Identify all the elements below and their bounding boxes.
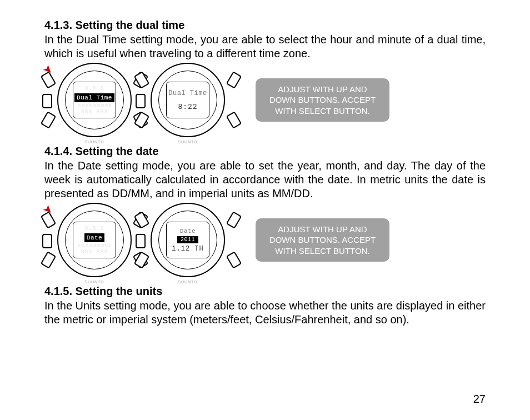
watch-value: 1.12 TH: [172, 245, 203, 253]
watch-year: 2011: [177, 236, 198, 243]
callout-dual-time: ADJUST WITH UP AND DOWN BUTTONS. ACCEPT …: [256, 78, 389, 122]
brand-label: SUUNTO: [178, 280, 197, 284]
callout-date: ADJUST WITH UP AND DOWN BUTTONS. ACCEPT …: [256, 218, 389, 262]
text-413: In the Dual Time setting mode, you are a…: [44, 33, 486, 61]
heading-413: 4.1.3. Setting the dual time: [44, 19, 486, 32]
figure-dual-time: ➤ 8.8.8 Dual Time 888 888 SUUNTO: [44, 64, 486, 136]
page-number: 27: [473, 393, 486, 406]
section-dual-time: 4.1.3. Setting the dual time In the Dual…: [44, 19, 486, 136]
heading-414: 4.1.4. Setting the date: [44, 145, 486, 158]
brand-label: SUUNTO: [84, 280, 104, 284]
section-units: 4.1.5. Setting the units In the Units se…: [44, 285, 486, 327]
watch-date-menu: 8.8.8 Date 888 888 SUUNTO: [50, 204, 139, 276]
section-date: 4.1.4. Setting the date In the Date sett…: [44, 145, 486, 276]
watch-label: Dual Time: [74, 93, 114, 102]
heading-415: 4.1.5. Setting the units: [44, 285, 486, 298]
figure-date: ➤ 8.8.8 Date 888 888 SUUNTO: [44, 204, 486, 276]
text-415: In the Units setting mode, you are able …: [44, 299, 486, 327]
brand-label: SUUNTO: [84, 140, 104, 144]
brand-label: SUUNTO: [178, 140, 197, 144]
text-414: In the Date setting mode, you are able t…: [44, 159, 486, 201]
watch-dual-time-menu: 8.8.8 Dual Time 888 888 SUUNTO: [50, 64, 139, 136]
watch-dual-time-value: Dual Time 8:22 SUUNTO: [143, 64, 232, 136]
watch-label: Date: [180, 228, 196, 234]
watch-label: Dual Time: [168, 89, 207, 97]
watch-value: 8:22: [178, 103, 197, 111]
watch-label: Date: [84, 233, 104, 242]
watch-date-value: Date 2011 1.12 TH SUUNTO: [143, 204, 232, 276]
